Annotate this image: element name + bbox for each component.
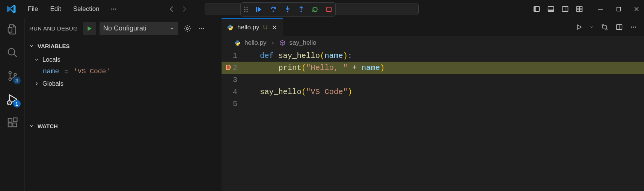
line-code[interactable]: def say_hello(name): <box>249 52 352 60</box>
chevron-down-icon <box>29 43 35 49</box>
nav-forward-icon[interactable] <box>181 5 188 13</box>
variables-header[interactable]: VARIABLES <box>25 39 222 53</box>
svg-point-1 <box>113 9 114 10</box>
debug-grip-icon[interactable] <box>244 6 248 13</box>
svg-rect-22 <box>577 9 579 12</box>
debug-restart-icon[interactable] <box>311 6 319 13</box>
toggle-secondary-sidebar-icon[interactable] <box>561 5 569 13</box>
tab-close-icon[interactable] <box>271 24 278 30</box>
activity-scm-icon[interactable]: 3 <box>6 69 19 83</box>
menu-more-icon[interactable] <box>106 4 121 14</box>
activity-debug-icon[interactable]: 1 <box>6 92 19 106</box>
svg-rect-20 <box>577 6 579 9</box>
vscode-logo-icon <box>6 3 17 15</box>
svg-point-3 <box>244 6 245 8</box>
svg-rect-9 <box>256 7 257 12</box>
editor-more-icon[interactable] <box>630 24 637 30</box>
code-line[interactable]: 5 <box>222 98 644 110</box>
svg-rect-17 <box>548 10 554 12</box>
code-line[interactable]: 1def say_hello(name): <box>222 50 644 62</box>
debug-step-over-icon[interactable] <box>269 6 278 13</box>
tab-git-status: U <box>263 24 268 31</box>
scm-compare-icon[interactable] <box>600 23 609 31</box>
editor-tabs: hello.py U <box>222 18 644 36</box>
chevron-right-icon <box>34 81 39 86</box>
svg-point-2 <box>115 9 116 10</box>
debug-settings-icon[interactable] <box>182 23 193 34</box>
svg-rect-23 <box>580 9 582 12</box>
debug-stop-icon[interactable] <box>326 6 332 13</box>
breadcrumbs[interactable]: hello.py say_hello <box>222 36 644 50</box>
split-editor-icon[interactable] <box>615 24 623 30</box>
locals-label: Locals <box>42 56 60 63</box>
watch-title: WATCH <box>38 123 58 129</box>
activity-extensions-icon[interactable] <box>6 116 19 129</box>
svg-rect-33 <box>13 123 17 127</box>
nav-history <box>168 5 188 13</box>
run-dropdown-icon[interactable] <box>589 25 594 29</box>
menu-selection[interactable]: Selection <box>68 4 105 14</box>
globals-label: Globals <box>42 80 63 87</box>
customize-layout-icon[interactable] <box>576 5 583 13</box>
svg-point-5 <box>244 9 245 10</box>
breadcrumb-symbol[interactable]: say_hello <box>290 39 317 47</box>
line-number: 3 <box>222 76 249 84</box>
debug-config-select[interactable]: No Configurati <box>100 22 178 35</box>
debug-sidebar-header: RUN AND DEBUG No Configurati <box>25 18 222 39</box>
tab-hello-py[interactable]: hello.py U <box>222 18 283 36</box>
debug-continue-icon[interactable] <box>255 6 262 13</box>
line-code[interactable]: say_hello("VS Code") <box>249 88 352 96</box>
tab-filename: hello.py <box>237 24 259 31</box>
debug-step-out-icon[interactable] <box>298 6 305 13</box>
line-code[interactable]: print("Hello, " + name) <box>249 64 644 72</box>
python-file-icon <box>234 40 241 46</box>
window-maximize-icon[interactable] <box>615 5 622 13</box>
svg-point-4 <box>246 6 247 8</box>
svg-point-40 <box>606 29 607 30</box>
toggle-panel-icon[interactable] <box>547 5 555 13</box>
watch-header[interactable]: WATCH <box>25 119 222 133</box>
debug-more-icon[interactable] <box>196 23 207 34</box>
svg-rect-25 <box>617 7 620 11</box>
debug-step-into-icon[interactable] <box>284 6 291 13</box>
code-line[interactable]: 2 print("Hello, " + name) <box>222 62 644 74</box>
svg-rect-21 <box>580 6 582 9</box>
line-number: 5 <box>222 100 249 108</box>
nav-back-icon[interactable] <box>168 5 175 13</box>
variable-name: name <box>43 68 59 75</box>
debug-badge: 1 <box>13 100 21 108</box>
start-debug-button[interactable] <box>83 22 96 35</box>
globals-scope[interactable]: Globals <box>25 77 222 89</box>
debug-sidebar: RUN AND DEBUG No Configurati VARIABLES <box>24 18 222 191</box>
breakpoint-current-icon[interactable] <box>225 64 232 71</box>
editor-actions <box>576 18 644 36</box>
scm-badge: 3 <box>13 77 21 84</box>
svg-point-44 <box>633 27 634 28</box>
variables-title: VARIABLES <box>38 43 70 49</box>
toggle-primary-sidebar-icon[interactable] <box>533 5 540 13</box>
svg-point-27 <box>9 71 11 74</box>
activity-search-icon[interactable] <box>6 46 19 59</box>
menu-edit[interactable]: Edit <box>45 4 66 14</box>
activity-explorer-icon[interactable] <box>6 23 19 36</box>
code-line[interactable]: 3 <box>222 74 644 86</box>
code-line[interactable]: 4say_hello("VS Code") <box>222 86 644 98</box>
locals-scope[interactable]: Locals <box>25 53 222 65</box>
python-file-icon <box>227 24 234 31</box>
layout-controls <box>533 5 583 13</box>
sidebar-title: RUN AND DEBUG <box>29 25 78 32</box>
svg-point-38 <box>203 28 204 29</box>
menu-file[interactable]: File <box>23 4 43 14</box>
window-close-icon[interactable] <box>633 5 640 13</box>
chevron-down-icon <box>29 123 35 129</box>
code-editor[interactable]: 1def say_hello(name):2 print("Hello, " +… <box>222 50 644 110</box>
breadcrumb-file[interactable]: hello.py <box>244 39 267 47</box>
svg-point-35 <box>186 27 189 30</box>
run-file-icon[interactable] <box>576 24 582 30</box>
svg-rect-13 <box>327 7 331 12</box>
variable-row[interactable]: name = 'VS Code' <box>25 65 222 77</box>
debug-toolbar[interactable] <box>240 2 336 17</box>
svg-point-45 <box>635 27 636 28</box>
window-minimize-icon[interactable] <box>597 5 604 13</box>
svg-rect-15 <box>534 6 536 12</box>
